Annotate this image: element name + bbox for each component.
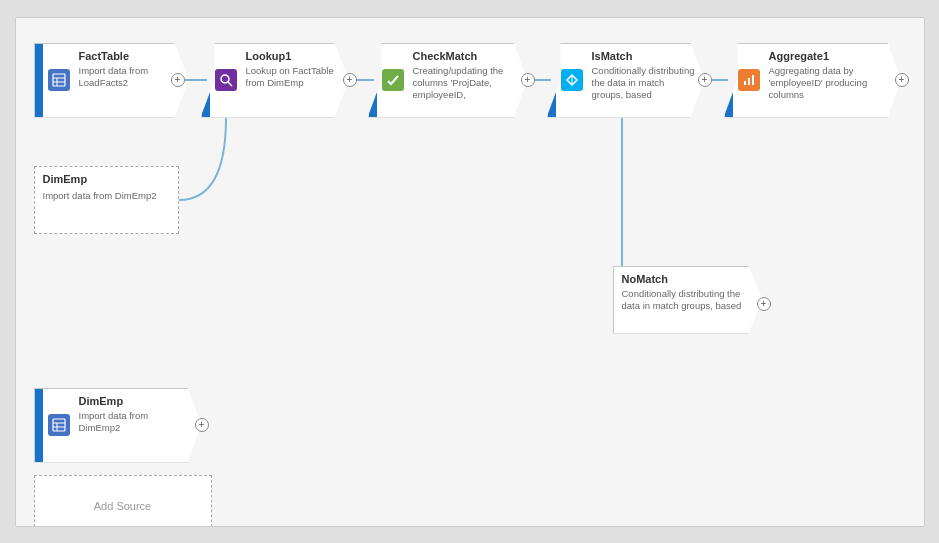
node-sidebar — [202, 44, 210, 117]
svg-rect-14 — [53, 419, 65, 431]
node-noMatch[interactable]: NoMatch Conditionally distributing the d… — [613, 266, 763, 334]
checkMatch-title: CheckMatch — [413, 50, 519, 62]
factTable-title: FactTable — [79, 50, 180, 62]
plus-aggregate1[interactable]: + — [895, 73, 909, 87]
factTable-desc: Import data from LoadFacts2 — [79, 65, 180, 90]
isMatch-content: IsMatch Conditionally distributing the d… — [588, 44, 704, 117]
noMatch-desc: Conditionally distributing the data in m… — [622, 288, 754, 313]
svg-rect-13 — [752, 75, 754, 85]
node-sidebar — [35, 389, 43, 462]
node-isMatch[interactable]: IsMatch Conditionally distributing the d… — [547, 43, 705, 118]
lookup1-icon — [215, 69, 237, 91]
aggregate1-content: Aggregate1 Aggregating data by 'employee… — [765, 44, 901, 117]
dimEmp-solid-icon — [48, 414, 70, 436]
node-icon-area — [556, 44, 588, 117]
node-icon-area — [377, 44, 409, 117]
node-dimEmp-solid[interactable]: DimEmp Import data from DimEmp2 — [34, 388, 202, 463]
dimEmp-dashed-desc: Import data from DimEmp2 — [35, 190, 178, 208]
isMatch-title: IsMatch — [592, 50, 696, 62]
node-icon-area — [733, 44, 765, 117]
lookup1-content: Lookup1 Lookup on FactTable from DimEmp — [242, 44, 348, 117]
node-sidebar — [369, 44, 377, 117]
node-sidebar — [548, 44, 556, 117]
noMatch-title: NoMatch — [622, 273, 754, 285]
node-checkMatch[interactable]: CheckMatch Creating/updating the columns… — [368, 43, 528, 118]
dimEmp-solid-title: DimEmp — [79, 395, 193, 407]
plus-lookup1[interactable]: + — [343, 73, 357, 87]
dimEmp-solid-desc: Import data from DimEmp2 — [79, 410, 193, 435]
dimEmp-solid-content: DimEmp Import data from DimEmp2 — [75, 389, 201, 462]
svg-rect-11 — [744, 81, 746, 85]
checkMatch-content: CheckMatch Creating/updating the columns… — [409, 44, 527, 117]
dimEmp-dashed-title: DimEmp — [35, 167, 178, 187]
plus-noMatch[interactable]: + — [757, 297, 771, 311]
node-dimEmp-dashed[interactable]: DimEmp Import data from DimEmp2 — [34, 166, 179, 234]
aggregate1-title: Aggregate1 — [769, 50, 893, 62]
aggregate1-icon — [738, 69, 760, 91]
pipeline-canvas: FactTable Import data from LoadFacts2 Lo… — [15, 17, 925, 527]
plus-factTable[interactable]: + — [171, 73, 185, 87]
plus-isMatch[interactable]: + — [698, 73, 712, 87]
node-sidebar — [35, 44, 43, 117]
add-source-box[interactable]: Add Source — [34, 475, 212, 527]
checkMatch-icon — [382, 69, 404, 91]
isMatch-desc: Conditionally distributing the data in m… — [592, 65, 696, 102]
lookup1-title: Lookup1 — [246, 50, 340, 62]
lookup1-desc: Lookup on FactTable from DimEmp — [246, 65, 340, 90]
node-aggregate1[interactable]: Aggregate1 Aggregating data by 'employee… — [724, 43, 902, 118]
node-sidebar — [725, 44, 733, 117]
node-icon-area — [210, 44, 242, 117]
svg-rect-12 — [748, 78, 750, 85]
plus-checkMatch[interactable]: + — [521, 73, 535, 87]
aggregate1-desc: Aggregating data by 'employeeID' produci… — [769, 65, 893, 102]
node-lookup1[interactable]: Lookup1 Lookup on FactTable from DimEmp — [201, 43, 349, 118]
noMatch-content: NoMatch Conditionally distributing the d… — [614, 267, 762, 333]
svg-rect-4 — [53, 74, 65, 86]
svg-line-9 — [228, 82, 232, 86]
node-factTable[interactable]: FactTable Import data from LoadFacts2 — [34, 43, 189, 118]
svg-point-8 — [221, 75, 229, 83]
factTable-icon — [48, 69, 70, 91]
add-source-label: Add Source — [94, 500, 151, 512]
node-icon-area — [43, 389, 75, 462]
plus-dimEmp-solid[interactable]: + — [195, 418, 209, 432]
checkMatch-desc: Creating/updating the columns 'ProjDate,… — [413, 65, 519, 102]
isMatch-icon — [561, 69, 583, 91]
node-icon-area — [43, 44, 75, 117]
